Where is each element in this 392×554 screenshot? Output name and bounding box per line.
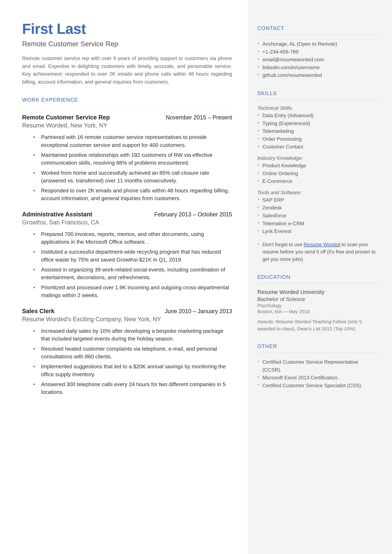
job-title: Remote Customer Service Rep — [22, 114, 110, 121]
skill-item: Zendesk — [257, 204, 378, 212]
job-header: Remote Customer Service RepNovember 2015… — [22, 114, 232, 121]
bullet-item: Prepared 700 invoices, reports, memos, a… — [33, 230, 232, 246]
skill-item: Order Processing — [257, 135, 378, 143]
job-entry: Sales ClerkJune 2010 – January 2013Resum… — [22, 308, 232, 396]
other-item: Microsoft Excel 2013 Certification. — [257, 374, 378, 382]
work-experience-header: WORK EXPERIENCE — [22, 97, 232, 103]
job-title: Administrative Assistant — [22, 211, 92, 218]
contact-header: CONTACT — [257, 25, 378, 31]
edu-awards: Awards: Resume Worded Teaching Fellow (o… — [257, 318, 378, 332]
job-company: Resume Worded's Exciting Company, New Yo… — [22, 316, 232, 323]
skill-item: Telemation e-CRM — [257, 220, 378, 228]
contact-item: +1-234-456-789 — [257, 48, 378, 56]
contact-section: CONTACT Anchorage, AL (Open to Remote)+1… — [257, 25, 378, 79]
job-header: Sales ClerkJune 2010 – January 2013 — [22, 308, 232, 315]
bullet-item: Partnered with 16 remote customer servic… — [33, 133, 232, 149]
other-list: Certified Customer Service Representativ… — [257, 358, 378, 389]
bullet-item: Prioritized and processed over 1.9K inco… — [33, 284, 232, 299]
summary-text: Remote customer service rep with over 9 … — [22, 55, 232, 86]
skill-item: Lynk Everest — [257, 227, 378, 235]
bullet-item: Assisted in organizing 39 work-related s… — [33, 266, 232, 281]
divider — [257, 352, 378, 353]
job-bullets: Increased daily sales by 10% after devel… — [22, 327, 232, 396]
bullet-item: Maintained positive relationships with 1… — [33, 151, 232, 167]
skill-item: Telemarketing — [257, 127, 378, 135]
skills-header: SKILLS — [257, 90, 378, 96]
skill-list: Data Entry (Advanced)Typing (Experienced… — [257, 112, 378, 151]
skill-item: E-Commerce — [257, 177, 378, 185]
edu-degree: Bachelor of Science — [257, 296, 378, 302]
job-entry: Remote Customer Service RepNovember 2015… — [22, 114, 232, 202]
other-item: Certified Customer Service Specialist (C… — [257, 382, 378, 390]
bullet-item: Worked from home and successfully achiev… — [33, 169, 232, 185]
bullet-item: Resolved heated customer complaints via … — [33, 345, 232, 361]
contact-item: Anchorage, AL (Open to Remote) — [257, 40, 378, 48]
edu-major: Psychology — [257, 303, 378, 308]
candidate-name: First Last — [22, 21, 232, 37]
divider — [22, 106, 232, 106]
job-entry: Administrative AssistantFebruary 2013 – … — [22, 211, 232, 299]
contact-list: Anchorage, AL (Open to Remote)+1-234-456… — [257, 40, 378, 79]
sidebar: CONTACT Anchorage, AL (Open to Remote)+1… — [248, 0, 392, 554]
edu-school: Resume Worded University — [257, 289, 378, 295]
skill-item: SAP ERP — [257, 196, 378, 204]
job-header: Administrative AssistantFebruary 2013 – … — [22, 211, 232, 218]
main-column: First Last Remote Customer Service Rep R… — [0, 0, 248, 554]
divider — [257, 283, 378, 283]
divider — [257, 99, 378, 100]
skill-item: Customer Contact — [257, 143, 378, 151]
skill-item: Online Ordering — [257, 170, 378, 177]
job-dates: November 2015 – Present — [166, 114, 232, 121]
education-header: EDUCATION — [257, 274, 378, 280]
bullet-item: Instituted a successful department-wide … — [33, 248, 232, 264]
skill-item: Salesforce — [257, 212, 378, 220]
job-title: Sales Clerk — [22, 308, 55, 315]
job-company: Resume Worded, New York, NY — [22, 122, 232, 129]
bullet-item: Implemented suggestions that led to a $2… — [33, 363, 232, 378]
contact-item: email@resumeworded.com — [257, 56, 378, 64]
bullet-item: Answered 300 telephone calls every 24 ho… — [33, 380, 232, 396]
skills-section: SKILLS Technical Skills:Data Entry (Adva… — [257, 90, 378, 263]
bullet-item: Increased daily sales by 10% after devel… — [33, 327, 232, 343]
skill-group-label: Industry Knowledge: — [257, 155, 378, 161]
skill-group-label: Technical Skills: — [257, 105, 378, 111]
sidebar-note: Don't forget to use Resume Worded to sca… — [257, 241, 378, 263]
skill-list: Product KnowledgeOnline OrderingE-Commer… — [257, 162, 378, 185]
skill-item: Data Entry (Advanced) — [257, 112, 378, 119]
education-section: EDUCATION Resume Worded University Bache… — [257, 274, 378, 332]
other-section: OTHER Certified Customer Service Represe… — [257, 343, 378, 389]
skill-list: SAP ERPZendeskSalesforceTelemation e-CRM… — [257, 196, 378, 235]
skill-item: Product Knowledge — [257, 162, 378, 170]
job-bullets: Partnered with 16 remote customer servic… — [22, 133, 232, 202]
job-dates: June 2010 – January 2013 — [165, 308, 232, 315]
other-item: Certified Customer Service Representativ… — [257, 358, 378, 374]
note-pre: Don't forget to use — [262, 242, 304, 247]
job-dates: February 2013 – October 2015 — [154, 211, 232, 218]
contact-item: github.com/resumeworded — [257, 71, 378, 79]
bullet-item: Responded to over 2K emails and phone ca… — [33, 187, 232, 202]
skill-group-label: Tools and Software: — [257, 190, 378, 196]
candidate-title: Remote Customer Service Rep — [22, 40, 232, 48]
job-company: Growthsi, San Francisco, CA — [22, 219, 232, 226]
job-bullets: Prepared 700 invoices, reports, memos, a… — [22, 230, 232, 299]
contact-item: linkedin.com/in/username — [257, 64, 378, 71]
resume-worded-link[interactable]: Resume Worded — [304, 242, 340, 247]
other-header: OTHER — [257, 343, 378, 349]
edu-location: Boston, MA — May 2010 — [257, 309, 378, 314]
skill-item: Typing (Experienced) — [257, 119, 378, 127]
